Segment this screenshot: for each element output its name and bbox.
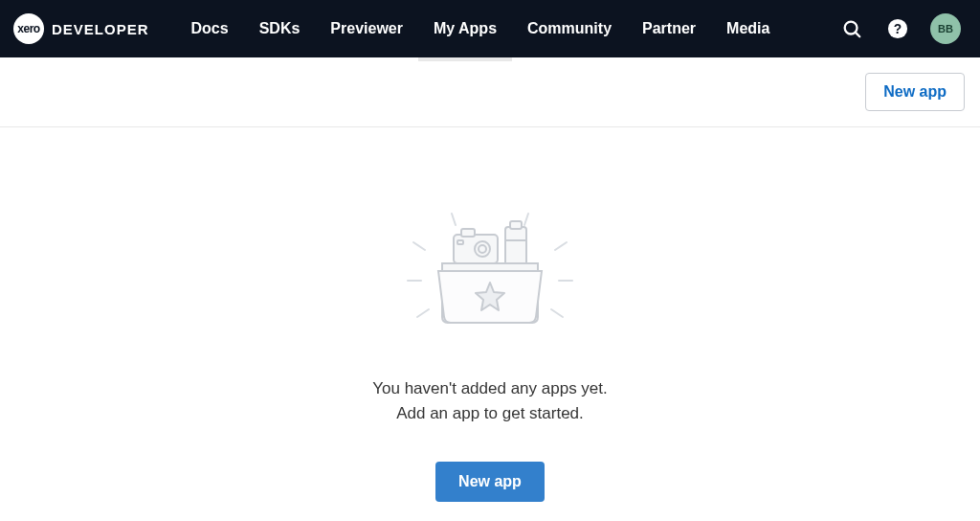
svg-rect-17 <box>505 227 526 265</box>
svg-rect-16 <box>457 240 463 244</box>
svg-line-5 <box>555 242 567 250</box>
nav-my-apps[interactable]: My Apps <box>418 0 512 57</box>
nav-docs[interactable]: Docs <box>176 0 244 57</box>
svg-line-10 <box>452 214 456 225</box>
svg-line-4 <box>413 242 425 250</box>
new-app-button-main[interactable]: New app <box>435 462 545 502</box>
nav-right-actions: ? BB <box>838 13 961 44</box>
brand-logo[interactable]: xero DEVELOPER <box>13 13 149 44</box>
svg-point-15 <box>479 245 486 253</box>
svg-rect-18 <box>510 221 522 229</box>
logo-text: DEVELOPER <box>52 21 149 37</box>
nav-previewer[interactable]: Previewer <box>315 0 418 57</box>
nav-community[interactable]: Community <box>512 0 627 57</box>
empty-state-line1: You haven't added any apps yet. <box>372 376 608 401</box>
new-app-button-top[interactable]: New app <box>865 73 965 111</box>
user-avatar[interactable]: BB <box>930 13 961 44</box>
empty-state: You haven't added any apps yet. Add an a… <box>0 127 980 502</box>
logo-mark-icon: xero <box>13 13 44 44</box>
help-icon[interactable]: ? <box>884 15 911 42</box>
action-bar: New app <box>0 57 980 127</box>
search-icon[interactable] <box>838 15 865 42</box>
nav-media[interactable]: Media <box>711 0 785 57</box>
top-navbar: xero DEVELOPER Docs SDKs Previewer My Ap… <box>0 0 980 57</box>
primary-nav: Docs SDKs Previewer My Apps Community Pa… <box>176 0 786 57</box>
empty-folder-icon <box>385 194 595 348</box>
svg-line-11 <box>524 214 528 225</box>
svg-line-8 <box>417 309 429 317</box>
empty-state-message: You haven't added any apps yet. Add an a… <box>372 376 608 427</box>
nav-partner[interactable]: Partner <box>627 0 711 57</box>
empty-state-line2: Add an app to get started. <box>372 401 608 426</box>
svg-line-9 <box>551 309 563 317</box>
svg-line-1 <box>856 33 859 36</box>
svg-text:?: ? <box>894 22 902 36</box>
nav-sdks[interactable]: SDKs <box>244 0 316 57</box>
svg-rect-13 <box>461 229 475 237</box>
